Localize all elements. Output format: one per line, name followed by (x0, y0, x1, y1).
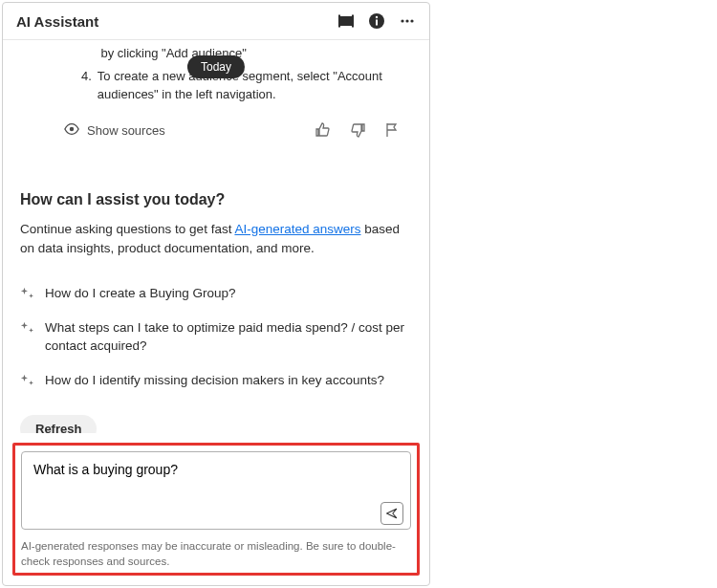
suggestions-list: How do I create a Buying Group? What ste… (20, 284, 412, 389)
suggestion-item[interactable]: How do I create a Buying Group? (20, 284, 412, 303)
svg-rect-0 (340, 16, 353, 26)
thumbs-down-icon[interactable] (349, 121, 366, 139)
sparkle-icon (20, 286, 35, 301)
step-4-text: To create a new audience segment, select… (98, 67, 412, 104)
highlight-annotation: AI-generated responses may be inaccurate… (12, 443, 420, 576)
refresh-button[interactable]: Refresh (20, 415, 97, 433)
suggestion-item[interactable]: How do I identify missing decision maker… (20, 371, 412, 390)
more-icon[interactable] (399, 12, 416, 30)
svg-rect-1 (338, 15, 340, 28)
suggestion-text: How do I identify missing decision maker… (45, 371, 384, 390)
assist-heading: How can I assist you today? (20, 191, 412, 208)
svg-point-7 (405, 19, 408, 22)
svg-point-5 (376, 16, 378, 18)
panel-title: AI Assistant (16, 13, 337, 30)
show-sources-button[interactable]: Show sources (87, 123, 315, 138)
send-button[interactable] (380, 502, 403, 525)
input-area: AI-generated responses may be inaccurate… (3, 433, 429, 585)
response-steps: by clicking "Add audience" 4.To create a… (81, 44, 412, 104)
disclaimer-text: AI-generated responses may be inaccurate… (21, 538, 411, 569)
prompt-input[interactable] (21, 451, 411, 530)
suggestion-text: What steps can I take to optimize paid m… (45, 318, 412, 356)
svg-point-6 (401, 19, 403, 22)
suggestion-item[interactable]: What steps can I take to optimize paid m… (20, 318, 412, 356)
ai-answers-link[interactable]: AI-generated answers (234, 222, 360, 236)
suggestion-text: How do I create a Buying Group? (45, 284, 236, 303)
conversation-scroll[interactable]: by clicking "Add audience" 4.To create a… (3, 40, 429, 433)
info-icon[interactable] (368, 12, 385, 30)
sparkle-icon (20, 373, 35, 388)
header-icon-group (337, 12, 416, 30)
thumbs-up-icon[interactable] (315, 121, 332, 139)
send-icon (385, 507, 399, 520)
today-pill: Today (187, 55, 245, 78)
svg-point-9 (70, 126, 74, 130)
fullscreen-icon[interactable] (337, 12, 355, 30)
panel-header: AI Assistant (3, 3, 429, 40)
assist-subtext: Continue asking questions to get fast AI… (20, 220, 412, 260)
svg-point-8 (410, 19, 413, 22)
flag-icon[interactable] (383, 121, 401, 139)
step-4-marker: 4. (81, 67, 92, 104)
svg-rect-4 (376, 20, 378, 26)
svg-rect-2 (352, 15, 354, 28)
source-feedback-row: Show sources (64, 121, 408, 140)
sparkle-icon (20, 320, 35, 336)
eye-icon (64, 121, 79, 140)
ai-assistant-panel: AI Assistant Today by clicking "Add audi… (2, 2, 430, 586)
